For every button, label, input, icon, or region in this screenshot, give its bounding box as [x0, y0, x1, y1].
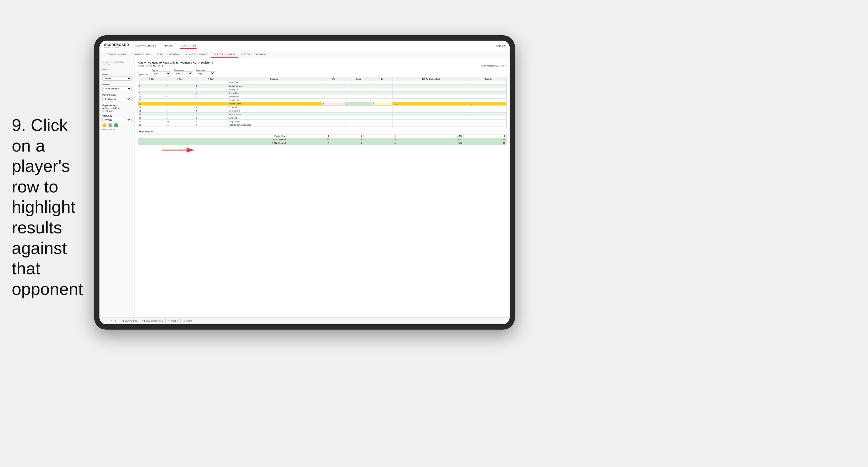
- table-row[interactable]: 914Sharon Mun: [138, 92, 507, 95]
- colour-down-label: Down: [102, 128, 106, 130]
- conference-label: Conference: [174, 69, 193, 71]
- th-conf: # Conf: [195, 77, 227, 81]
- table-row[interactable]: 522Alexis Sudjianto: [138, 85, 507, 88]
- nav-right: | Sign out: [494, 44, 505, 47]
- colour-down: [102, 123, 106, 127]
- logo-sub: Powered by clippd: [104, 46, 129, 48]
- opponent-filter-label: Opponent: [196, 69, 215, 71]
- annotation-body: Click on a player's row to highlight res…: [12, 115, 83, 299]
- nav-items: TOURNAMENTS TEAMS COMMITTEE: [135, 43, 196, 49]
- table-row[interactable]: 613Sydney Kuo: [138, 88, 507, 92]
- region-select[interactable]: (All): [152, 71, 171, 75]
- tab-player-h2h-heatmap[interactable]: PLAYER H2H HEATMAP: [238, 51, 270, 58]
- sidebar-division-section: Division NCAA Division III: [102, 84, 131, 91]
- table-row[interactable]: 20117Federica Domecq Lacroze: [138, 123, 507, 127]
- th-reg: # Reg: [165, 77, 195, 81]
- h2h-table: # Div # Reg # Conf Opponent Win Loss Tie…: [138, 77, 507, 127]
- sidebar-gender-select[interactable]: Women's: [102, 76, 131, 81]
- sidebar-colour-label: Colour by: [102, 115, 131, 117]
- tab-player-summary[interactable]: PLAYER SUMMARY: [183, 51, 211, 58]
- table-row[interactable]: 1691Jessica Mason: [138, 113, 507, 116]
- save-custom-view-btn[interactable]: 💾 Save Custom View: [143, 320, 163, 322]
- undo-btn[interactable]: ↩: [102, 320, 104, 322]
- sidebar-colour-section: Colour by Win/loss Down Level Up: [102, 115, 131, 130]
- view-original-btn[interactable]: 📊 View: Original: [122, 320, 137, 322]
- radio-opponents-played[interactable]: Opponents Played: [102, 107, 131, 109]
- table-row[interactable]: 11Haeju Hyun: [138, 99, 507, 102]
- overall-record-label: Overall Record: 353 - 34 - 6: [138, 65, 163, 67]
- th-loss: Loss: [345, 77, 372, 81]
- out-of-division-label: Out of division: [138, 130, 507, 133]
- toolbar-divider-2: [140, 319, 140, 323]
- tab-team-h2h-grid[interactable]: TEAM H2H GRID: [129, 51, 154, 58]
- main-content: Last Updated: 27/03/2024 16:55:38 Player…: [99, 58, 509, 317]
- th-div: # Div: [138, 77, 165, 81]
- tab-team-summary[interactable]: TEAM SUMMARY: [104, 51, 129, 58]
- table-row[interactable]: 1822Euna Lee: [138, 116, 507, 120]
- sidebar-player-rank-select[interactable]: 8. Katelyn Vo: [102, 97, 131, 101]
- table-row[interactable]: 1585Stella Cheng: [138, 109, 507, 113]
- data-title: Katelyn Vo Head-to-Head Grid for Women's…: [138, 61, 507, 64]
- table-row[interactable]: 1474Eunice Yi: [138, 106, 507, 109]
- sidebar-division-select[interactable]: NCAA Division III: [102, 87, 131, 91]
- table-row[interactable]: 131Jessica Huang010-3.002: [138, 102, 507, 106]
- region-label: Region: [152, 69, 171, 71]
- tablet-screen: SCOREBOARD Powered by clippd TOURNAMENTS…: [99, 41, 509, 324]
- opponents-label: Opponents:: [138, 73, 148, 75]
- th-opponent: Opponent: [227, 77, 322, 81]
- sidebar-opponent-view: Opponent view Opponents Played Top 100: [102, 104, 131, 112]
- nav-committee[interactable]: COMMITTEE: [180, 43, 197, 49]
- sidebar-division-label: Division: [102, 84, 131, 86]
- conference-select[interactable]: (All): [174, 71, 193, 75]
- tab-player-h2h-grid[interactable]: PLAYER H2H GRID: [211, 51, 238, 58]
- out-of-division-row: NAIA Division 115009.26730: [138, 138, 507, 142]
- colour-circles: [102, 123, 131, 127]
- nav-bar: SCOREBOARD Powered by clippd TOURNAMENTS…: [99, 41, 509, 51]
- th-rounds: Rounds: [470, 77, 506, 81]
- toolbar-divider-4: [180, 319, 181, 323]
- radio-top100-label: Top 100: [105, 110, 112, 112]
- filter-conference: Conference (All): [174, 69, 193, 75]
- sidebar-player-rank-label: Player (Rank): [102, 94, 131, 96]
- radio-opponents-played-label: Opponents Played: [105, 107, 121, 109]
- table-row[interactable]: 31Esther Lee: [138, 81, 507, 85]
- tab-team-h2h-heatmap[interactable]: TEAM H2H HEATMAP: [154, 51, 183, 58]
- sidebar-colour-select[interactable]: Win/loss: [102, 118, 131, 122]
- radio-top100[interactable]: Top 100: [102, 110, 131, 112]
- filter-region: Region (All): [152, 69, 171, 75]
- sidebar: Last Updated: 27/03/2024 16:55:38 Player…: [99, 58, 135, 317]
- toolbar-divider-3: [165, 319, 166, 323]
- th-diff: Diff Av Strokes/Rnd: [392, 77, 470, 81]
- share-btn[interactable]: 🔗 Share: [183, 320, 192, 322]
- sign-out-link[interactable]: Sign out: [496, 44, 505, 47]
- redo-btn[interactable]: ↪: [106, 320, 108, 322]
- annotation-number: 9.: [12, 115, 26, 134]
- table-row[interactable]: 19106Emily Chang: [138, 120, 507, 123]
- history-btn[interactable]: ↷: [111, 320, 113, 322]
- radio-top100-dot: [102, 110, 104, 112]
- nav-teams[interactable]: TEAMS: [163, 43, 173, 49]
- colour-up-label: Up: [113, 128, 115, 130]
- sidebar-player-label: Player: [102, 68, 131, 70]
- th-tie: Tie: [372, 77, 392, 81]
- out-of-division-table: Foreign Team1004.5002NAIA Division 11500…: [138, 134, 507, 145]
- th-win: Win: [322, 77, 345, 81]
- colour-level: [108, 123, 113, 127]
- table-row[interactable]: 1063Andrea York: [138, 95, 507, 99]
- tab-bar: TEAM SUMMARY TEAM H2H GRID TEAM H2H HEAT…: [99, 51, 509, 58]
- filter-opponent: Opponent (All): [196, 69, 215, 75]
- sidebar-gender-section: Gender Women's: [102, 73, 131, 81]
- sidebar-timestamp: Last Updated: 27/03/2024 16:55:38: [102, 61, 131, 65]
- colour-up: [114, 123, 118, 127]
- out-of-division-row: NCAA Division 25007.40010: [138, 142, 507, 145]
- radio-opponents-played-dot: [102, 107, 104, 109]
- colour-level-label: Level: [108, 128, 112, 130]
- nav-tournaments[interactable]: TOURNAMENTS: [135, 43, 156, 49]
- opponent-select[interactable]: (All): [196, 71, 215, 75]
- out-of-division-row: Foreign Team1004.5002: [138, 134, 507, 138]
- sidebar-gender-label: Gender: [102, 73, 131, 75]
- settings-btn[interactable]: ⚙: [115, 320, 117, 322]
- record-row: Overall Record: 353 - 34 - 6 Division Re…: [138, 65, 507, 67]
- watch-btn[interactable]: 👁 Watch ▾: [168, 320, 178, 322]
- filters-row: Opponents: Region (All) Conference (All): [138, 69, 507, 75]
